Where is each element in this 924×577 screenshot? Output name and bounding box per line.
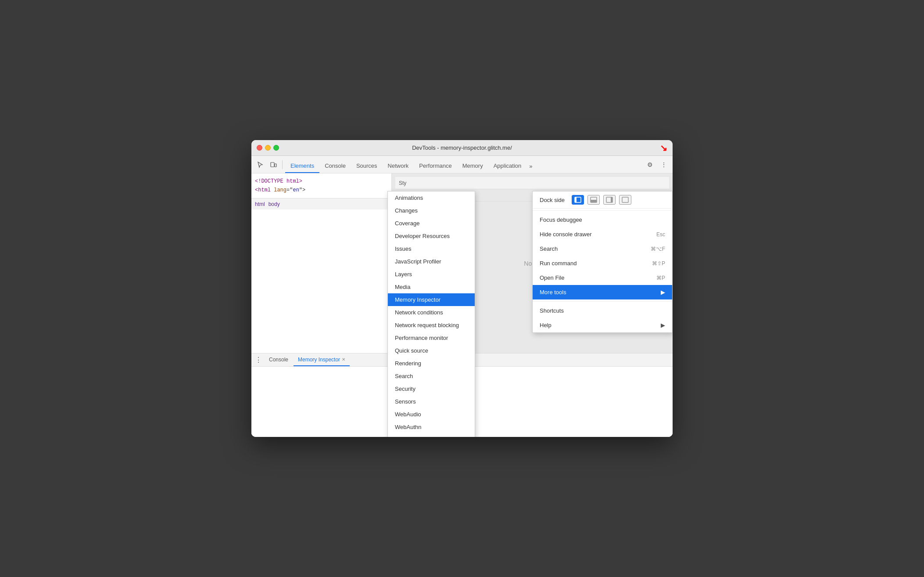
menu-network-conditions[interactable]: Network conditions [388, 306, 475, 319]
settings-icon[interactable]: ⚙ [644, 159, 656, 171]
settings-shortcuts-label: Shortcuts [540, 307, 564, 314]
html-open-tag: <html [255, 187, 274, 193]
settings-focus-debuggee[interactable]: Focus debuggee [533, 213, 672, 227]
close-button[interactable] [257, 145, 262, 151]
tab-application[interactable]: Application [488, 159, 527, 173]
dock-side-row: Dock side [533, 191, 672, 209]
menu-animations[interactable]: Animations [388, 191, 475, 204]
settings-divider-2 [533, 301, 672, 302]
drawer-tab-memory-inspector[interactable]: Memory Inspector ✕ [294, 354, 350, 366]
dom-line-2: <html lang="en"> [255, 186, 388, 195]
menu-media[interactable]: Media [388, 281, 475, 293]
settings-divider-1 [533, 210, 672, 211]
settings-search-label: Search [540, 245, 558, 252]
menu-search[interactable]: Search [388, 370, 475, 382]
menu-changes[interactable]: Changes [388, 204, 475, 217]
cursor-tool-icon[interactable] [254, 159, 266, 171]
settings-run-command[interactable]: Run command ⌘⇧P [533, 256, 672, 270]
tab-console[interactable]: Console [319, 159, 351, 173]
more-tools-menu: Animations Changes Coverage Developer Re… [387, 191, 475, 437]
svg-rect-0 [271, 162, 274, 167]
menu-quick-source[interactable]: Quick source [388, 344, 475, 357]
settings-search[interactable]: Search ⌘⌥F [533, 242, 672, 256]
menu-network-request-blocking[interactable]: Network request blocking [388, 319, 475, 332]
menu-rendering[interactable]: Rendering [388, 357, 475, 370]
settings-focus-debuggee-label: Focus debuggee [540, 216, 582, 223]
red-arrow-icon: ↘ [660, 143, 667, 153]
settings-open-file-shortcut: ⌘P [656, 275, 665, 281]
dock-bottom-button[interactable] [587, 195, 600, 205]
svg-rect-1 [275, 164, 276, 167]
settings-more-tools[interactable]: More tools ▶ [533, 285, 672, 299]
svg-rect-8 [622, 197, 628, 202]
more-tabs-button[interactable]: » [526, 159, 535, 173]
menu-layers[interactable]: Layers [388, 268, 475, 281]
devtools-toolbar: Elements Console Sources Network Perform… [251, 156, 673, 173]
menu-javascript-profiler[interactable]: JavaScript Profiler [388, 255, 475, 268]
menu-coverage[interactable]: Coverage [388, 217, 475, 230]
drawer-dots-icon[interactable]: ⋮ [253, 355, 264, 365]
tab-memory[interactable]: Memory [457, 159, 488, 173]
breadcrumb-bar: html body [251, 198, 391, 209]
left-panel: <!DOCTYPE html> <html lang="en"> html bo… [251, 173, 392, 353]
settings-help-label: Help [540, 322, 552, 328]
drawer-tab-close-icon[interactable]: ✕ [342, 357, 345, 362]
menu-whats-new[interactable]: What's New [388, 433, 475, 437]
settings-shortcuts[interactable]: Shortcuts [533, 303, 672, 318]
svg-rect-4 [591, 200, 597, 202]
devtools-window: DevTools - memory-inspector.glitch.me/ ↘… [251, 140, 673, 437]
dock-right-button[interactable] [603, 195, 616, 205]
menu-developer-resources[interactable]: Developer Resources [388, 230, 475, 242]
titlebar: DevTools - memory-inspector.glitch.me/ ↘ [251, 140, 673, 156]
settings-open-file-label: Open File [540, 274, 564, 281]
style-header: Sty [395, 177, 669, 189]
settings-panel: Dock side Focus debuggee Hide con [532, 191, 673, 333]
undock-button[interactable] [619, 195, 631, 205]
dom-line-1: <!DOCTYPE html> [255, 177, 388, 186]
dock-side-label: Dock side [540, 197, 565, 203]
breadcrumb-html[interactable]: html [255, 201, 265, 207]
tab-network[interactable]: Network [383, 159, 414, 173]
tab-performance[interactable]: Performance [414, 159, 457, 173]
doctype-tag: <!DOCTYPE html> [255, 178, 302, 184]
menu-security[interactable]: Security [388, 382, 475, 395]
settings-more-tools-label: More tools [540, 289, 566, 296]
minimize-button[interactable] [265, 145, 271, 151]
breadcrumb-body[interactable]: body [269, 201, 280, 207]
menu-webauthn[interactable]: WebAuthn [388, 421, 475, 433]
submenu-arrow-icon: ▶ [661, 289, 665, 296]
settings-search-shortcut: ⌘⌥F [651, 246, 665, 252]
device-toggle-icon[interactable] [267, 159, 279, 171]
menu-sensors[interactable]: Sensors [388, 395, 475, 408]
settings-run-command-shortcut: ⌘⇧P [652, 260, 665, 267]
devtools-content: <!DOCTYPE html> <html lang="en"> html bo… [251, 173, 673, 437]
maximize-button[interactable] [273, 145, 279, 151]
menu-webaudio[interactable]: WebAudio [388, 408, 475, 421]
settings-hide-console-shortcut: Esc [656, 231, 665, 238]
menu-performance-monitor[interactable]: Performance monitor [388, 332, 475, 344]
main-tab-bar: Elements Console Sources Network Perform… [285, 156, 643, 173]
traffic-lights [257, 145, 279, 151]
toolbar-divider [282, 160, 283, 169]
settings-help[interactable]: Help ▶ [533, 318, 672, 332]
dom-panel: <!DOCTYPE html> <html lang="en"> [251, 173, 392, 198]
menu-issues[interactable]: Issues [388, 242, 475, 255]
style-title: Sty [399, 180, 406, 186]
window-title: DevTools - memory-inspector.glitch.me/ [412, 144, 512, 151]
tab-elements[interactable]: Elements [285, 159, 319, 173]
drawer-tab-memory-inspector-label: Memory Inspector [298, 357, 340, 363]
settings-hide-console-drawer[interactable]: Hide console drawer Esc [533, 227, 672, 242]
settings-hide-console-label: Hide console drawer [540, 231, 592, 238]
drawer-tab-console[interactable]: Console [265, 354, 293, 366]
more-options-icon[interactable]: ⋮ [658, 159, 670, 171]
settings-run-command-label: Run command [540, 260, 577, 267]
help-submenu-arrow-icon: ▶ [661, 322, 665, 328]
dock-left-button[interactable] [572, 195, 584, 205]
menu-memory-inspector[interactable]: Memory Inspector [388, 293, 475, 306]
drawer-tab-console-label: Console [269, 357, 288, 363]
tab-sources[interactable]: Sources [351, 159, 383, 173]
settings-open-file[interactable]: Open File ⌘P [533, 270, 672, 285]
toolbar-right: ⚙ ⋮ [644, 159, 670, 171]
